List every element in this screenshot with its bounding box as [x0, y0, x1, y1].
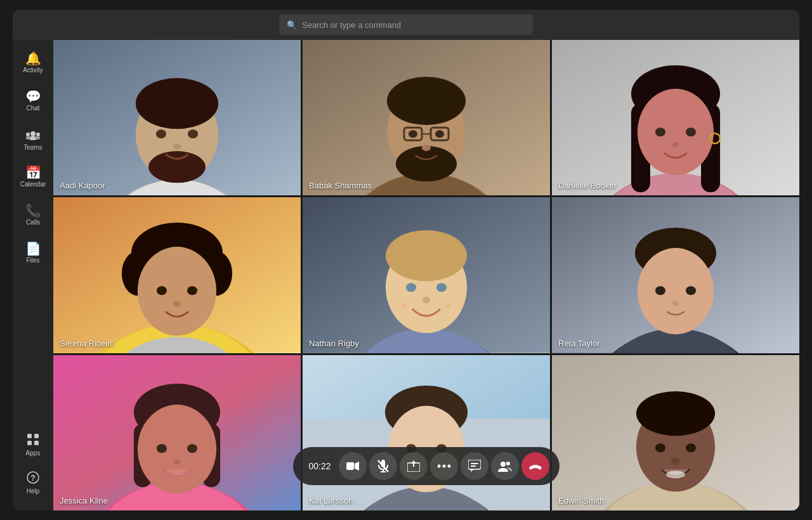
- calendar-icon: 📅: [25, 166, 41, 179]
- sidebar-label-apps: Apps: [26, 450, 41, 457]
- svg-point-70: [638, 248, 714, 334]
- svg-rect-7: [34, 434, 39, 438]
- video-tile-8: Edwin Smith: [552, 355, 799, 510]
- help-icon: ?: [27, 471, 39, 486]
- svg-point-18: [148, 151, 206, 183]
- video-tile-1: Babak Shammas: [303, 40, 550, 195]
- svg-point-100: [686, 443, 696, 452]
- sidebar-item-activity[interactable]: 🔔 Activity: [15, 45, 51, 81]
- sidebar-item-calls[interactable]: 📞 Calls: [15, 197, 51, 233]
- search-bar[interactable]: 🔍 Search or type a command: [279, 15, 533, 35]
- chat-icon: 💬: [25, 90, 41, 103]
- participant-name-7: Kat Larsson: [309, 496, 353, 505]
- participant-name-0: Aadi Kapoor: [60, 181, 105, 190]
- sidebar-item-files[interactable]: 📄 Files: [15, 235, 51, 271]
- svg-point-40: [638, 89, 714, 175]
- sidebar: 🔔 Activity 💬 Chat: [13, 40, 53, 510]
- share-screen-button[interactable]: [400, 452, 428, 480]
- sidebar-item-chat[interactable]: 💬 Chat: [15, 83, 51, 119]
- participants-button[interactable]: [491, 452, 519, 480]
- svg-point-55: [173, 301, 181, 308]
- sidebar-item-calendar[interactable]: 📅 Calendar: [15, 159, 51, 195]
- svg-point-20: [188, 129, 198, 138]
- sidebar-label-calls: Calls: [26, 219, 40, 226]
- more-options-button[interactable]: [430, 452, 458, 480]
- svg-point-113: [448, 465, 451, 468]
- svg-point-118: [501, 462, 506, 467]
- svg-point-53: [157, 287, 167, 296]
- apps-icon: [27, 433, 39, 448]
- search-icon: 🔍: [287, 20, 297, 30]
- participant-name-4: Nathan Rigby: [309, 339, 359, 348]
- participant-name-1: Babak Shammas: [309, 181, 372, 190]
- teams-icon: [26, 127, 40, 142]
- main-area: 🔔 Activity 💬 Chat: [13, 40, 799, 510]
- svg-text:?: ?: [30, 474, 35, 483]
- svg-rect-1: [26, 133, 30, 136]
- svg-rect-103: [346, 462, 354, 470]
- svg-point-80: [138, 405, 216, 493]
- svg-point-60: [386, 230, 467, 281]
- svg-point-41: [655, 127, 665, 136]
- svg-point-64: [402, 304, 407, 309]
- video-tile-4: Nathan Rigby: [303, 197, 550, 353]
- sidebar-item-help[interactable]: ? Help: [15, 465, 51, 500]
- participant-name-2: Danielle Booker: [558, 181, 617, 190]
- video-tile-5: Reta Taylor: [552, 197, 799, 353]
- svg-point-119: [506, 462, 510, 465]
- svg-point-65: [445, 304, 450, 309]
- sidebar-label-help: Help: [27, 488, 40, 495]
- svg-point-19: [156, 129, 166, 138]
- sidebar-label-chat: Chat: [26, 105, 39, 112]
- svg-point-42: [686, 127, 696, 136]
- activity-icon: 🔔: [25, 52, 41, 65]
- svg-point-72: [686, 287, 696, 296]
- svg-rect-9: [34, 441, 39, 445]
- mute-button[interactable]: [369, 452, 397, 480]
- chat-button[interactable]: [461, 452, 488, 480]
- video-button[interactable]: [339, 452, 367, 480]
- svg-rect-117: [471, 465, 476, 467]
- svg-rect-5: [36, 136, 40, 140]
- video-grid: Aadi Kapoor: [53, 40, 799, 510]
- svg-point-83: [174, 459, 180, 464]
- video-tile-2: Danielle Booker: [552, 40, 799, 195]
- svg-rect-116: [471, 463, 478, 464]
- svg-point-26: [387, 77, 466, 125]
- svg-point-112: [443, 465, 446, 468]
- participant-name-5: Reta Taylor: [558, 339, 600, 348]
- svg-point-21: [173, 143, 181, 150]
- calls-icon: 📞: [25, 204, 41, 217]
- video-tile-3: Serena Ribeiro: [53, 197, 301, 353]
- video-tile-6: Jessica Kline: [53, 355, 301, 510]
- sidebar-label-activity: Activity: [23, 67, 43, 74]
- sidebar-item-teams[interactable]: Teams: [15, 121, 51, 157]
- svg-point-61: [406, 283, 416, 292]
- sidebar-label-files: Files: [26, 257, 39, 264]
- svg-point-27: [396, 146, 457, 181]
- svg-rect-3: [30, 136, 36, 140]
- svg-point-33: [422, 145, 431, 151]
- end-call-button[interactable]: [521, 452, 549, 480]
- svg-point-71: [655, 287, 665, 296]
- sidebar-item-apps[interactable]: Apps: [15, 427, 51, 462]
- svg-point-73: [672, 301, 679, 306]
- participant-name-6: Jessica Kline: [60, 496, 108, 505]
- svg-point-43: [672, 142, 679, 147]
- svg-point-63: [422, 297, 430, 304]
- participant-name-3: Serena Ribeiro: [60, 339, 115, 348]
- svg-point-32: [435, 130, 444, 138]
- svg-point-31: [409, 130, 417, 138]
- video-tile-7: Kat Larsson: [303, 355, 550, 510]
- sidebar-bottom: Apps ? Help: [15, 427, 51, 505]
- participant-name-8: Edwin Smith: [558, 496, 604, 505]
- sidebar-label-teams: Teams: [23, 144, 42, 151]
- svg-rect-6: [27, 434, 32, 438]
- files-icon: 📄: [25, 242, 41, 255]
- svg-rect-114: [468, 460, 481, 469]
- svg-point-81: [157, 444, 167, 453]
- svg-marker-115: [471, 469, 474, 472]
- sidebar-top: 🔔 Activity 💬 Chat: [15, 45, 51, 427]
- sidebar-label-calendar: Calendar: [20, 181, 46, 188]
- svg-rect-2: [36, 133, 40, 136]
